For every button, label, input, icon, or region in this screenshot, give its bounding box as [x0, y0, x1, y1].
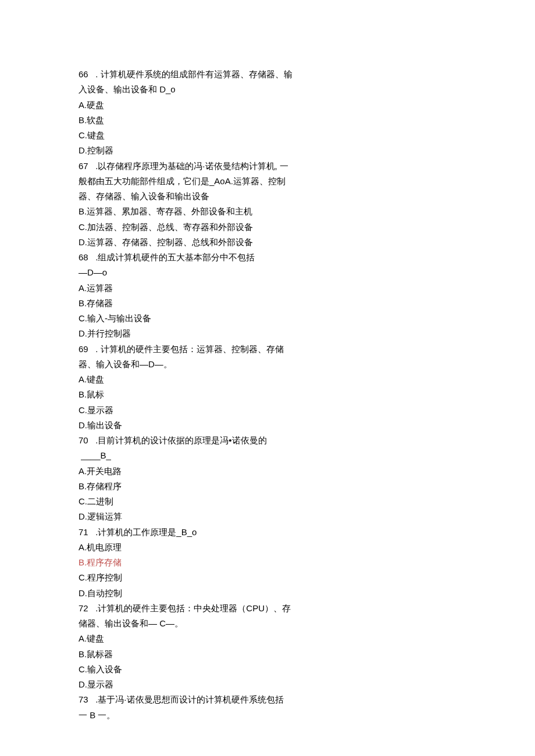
- text-line: 入设备、输出设备和 D_o: [79, 82, 459, 97]
- text-line: C.显示器: [79, 403, 459, 418]
- text-line: 66 . 计算机硬件系统的组成部件有运算器、存储器、输: [79, 67, 459, 82]
- text-line: B.软盘: [79, 113, 459, 128]
- text-line: D.逻辑运算: [79, 509, 459, 524]
- text-line: C.加法器、控制器、总线、寄存器和外部设备: [79, 220, 459, 235]
- text-line: C.输入设备: [79, 662, 459, 677]
- text-line: D.运算器、存储器、控制器、总线和外部设备: [79, 235, 459, 250]
- text-line: A.机电原理: [79, 540, 459, 555]
- text-line: B.鼠标器: [79, 647, 459, 662]
- text-line: C.输入-与输出设备: [79, 311, 459, 326]
- text-line: 70 .目前计算机的设计依据的原理是冯•诺依曼的: [79, 433, 459, 448]
- text-line: B.运算器、累加器、寄存器、外部设备和主机: [79, 204, 459, 219]
- text-line: 般都由五大功能部件组成，它们是_AoA.运算器、控制: [79, 174, 459, 189]
- text-line: 68 .组成计算机硬件的五大基本部分中不包括: [79, 250, 459, 265]
- text-line: C.键盘: [79, 128, 459, 143]
- text-line: C.程序控制: [79, 570, 459, 585]
- text-line: 器、输入设备和—D—。: [79, 357, 459, 372]
- text-line: 69 . 计算机的硬件主要包括：运算器、控制器、存储: [79, 342, 459, 357]
- document-body: 66 . 计算机硬件系统的组成部件有运算器、存储器、输入设备、输出设备和 D_o…: [79, 67, 459, 723]
- text-line: 67 .以存储程序原理为基础的冯·诺依曼结构计算机, 一: [79, 159, 459, 174]
- text-line: A.硬盘: [79, 98, 459, 113]
- text-line: D.控制器: [79, 143, 459, 158]
- text-line: 储器、输出设备和— C—。: [79, 616, 459, 631]
- text-line: D.自动控制: [79, 586, 459, 601]
- text-line: A.开关电路: [79, 464, 459, 479]
- text-line: —D—o: [79, 265, 459, 280]
- document-page: 66 . 计算机硬件系统的组成部件有运算器、存储器、输入设备、输出设备和 D_o…: [0, 0, 535, 756]
- text-line: B.鼠标: [79, 387, 459, 402]
- text-line: 器、存储器、输入设备和输出设备: [79, 189, 459, 204]
- text-line: ____B_: [79, 448, 459, 463]
- text-line: B.存储器: [79, 296, 459, 311]
- text-line: B.存储程序: [79, 479, 459, 494]
- text-line: 73 .基于冯·诺依曼思想而设计的计算机硬件系统包括: [79, 692, 459, 707]
- text-line: D.输出设备: [79, 418, 459, 433]
- text-line: 71 .计算机的工作原理是_B_o: [79, 525, 459, 540]
- text-line: 一 B 一。: [79, 708, 459, 723]
- text-line: D.显示器: [79, 677, 459, 692]
- text-line: C.二进制: [79, 494, 459, 509]
- text-line: D.并行控制器: [79, 326, 459, 341]
- text-line: A.运算器: [79, 281, 459, 296]
- text-line: A.键盘: [79, 372, 459, 387]
- text-line: B.程序存储: [79, 555, 459, 570]
- text-line: 72 .计算机的硬件主要包括：中央处理器（CPU）、存: [79, 601, 459, 616]
- text-line: A.键盘: [79, 631, 459, 646]
